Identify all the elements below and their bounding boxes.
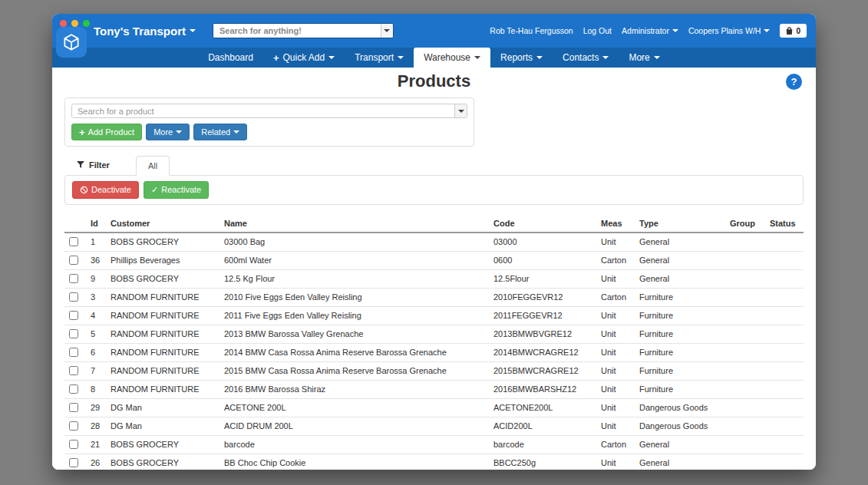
brand-menu[interactable]: Tony's Transport [94,25,196,38]
cell-name: 2016 BMW Barossa Shiraz [221,380,490,398]
cart-button[interactable]: 0 [780,24,807,38]
cell-customer: RANDOM FURNITURE [107,343,221,361]
cell-meas: Unit [598,417,636,435]
role-menu[interactable]: Administrator [622,26,678,35]
checkbox-cell [64,361,87,380]
table-row[interactable]: 21BOBS GROCERYbarcodebarcodeCartonGenera… [64,435,804,454]
product-search-dropdown-button[interactable] [454,104,467,117]
cell-group [727,361,767,380]
help-button[interactable]: ? [786,74,802,90]
product-search-input[interactable] [72,104,454,117]
related-button[interactable]: Related [193,124,247,140]
cell-type: General [636,251,727,269]
cell-id: 21 [87,435,107,454]
cell-group [727,343,767,361]
cell-customer: DG Man [107,398,221,417]
table-row[interactable]: 8RANDOM FURNITURE2016 BMW Barossa Shiraz… [64,380,804,398]
cell-customer: BOBS GROCERY [107,233,221,252]
site-menu[interactable]: Coopers Plains W/H [688,26,771,35]
window-zoom-button[interactable] [83,20,90,27]
table-row[interactable]: 7RANDOM FURNITURE2015 BMW Casa Rossa Ani… [64,361,804,380]
nav-item-contacts[interactable]: Contacts [553,48,619,68]
window-close-button[interactable] [60,20,67,27]
cell-meas: Carton [598,435,636,454]
row-checkbox[interactable] [69,366,78,375]
global-search-dropdown-button[interactable] [381,24,393,38]
products-table: IdCustomerNameCodeMeasTypeGroupStatus 1B… [64,215,804,470]
table-row[interactable]: 6RANDOM FURNITURE2014 BMW Casa Rossa Ani… [64,343,804,361]
cell-code: 2013BMWBVGRE12 [490,325,598,343]
row-checkbox[interactable] [69,421,78,431]
cell-status [767,251,804,269]
cell-customer: RANDOM FURNITURE [107,325,221,343]
window-minimize-button[interactable] [71,20,78,27]
reactivate-button[interactable]: ✓ Reactivate [144,181,209,198]
browser-window: Tony's Transport Rob Te-Hau Fergusson Lo… [52,14,816,470]
cell-name: 12.5 Kg Flour [221,269,490,288]
row-checkbox[interactable] [69,384,78,394]
checkbox-cell [64,417,87,435]
cube-icon [61,32,81,52]
caret-down-icon [176,130,182,134]
row-checkbox[interactable] [69,458,78,467]
caret-down-icon [398,56,404,59]
cell-type: Furniture [636,325,727,343]
nav-item-transport[interactable]: Transport [345,48,414,68]
cell-customer: RANDOM FURNITURE [107,361,221,380]
logout-link[interactable]: Log Out [583,26,612,35]
tab-all[interactable]: All [136,156,170,176]
column-header-customer: Customer [107,215,221,233]
cell-type: General [636,233,727,252]
cell-status [767,306,804,325]
cell-code: ACETONE200L [490,398,598,417]
toolbar-buttons: + Add Product More Related [71,124,467,140]
global-search-input[interactable] [213,24,381,38]
cell-code: 03000 [490,233,598,252]
nav-item-warehouse[interactable]: Warehouse [414,48,490,68]
cell-name: barcode [221,435,490,454]
more-button[interactable]: More [146,124,190,140]
table-row[interactable]: 26BOBS GROCERYBB Choc Chip CookieBBCC250… [64,454,804,470]
table-row[interactable]: 3RANDOM FURNITURE2010 Five Eggs Eden Val… [64,288,804,306]
cell-code: 2015BMWCRAGRE12 [490,361,598,380]
add-product-button[interactable]: + Add Product [71,124,142,140]
table-row[interactable]: 36Phillips Beverages600ml Water0600Carto… [64,251,804,269]
column-header-status: Status [767,215,804,233]
cell-customer: BOBS GROCERY [107,435,221,454]
nav-item-more[interactable]: More [619,48,669,68]
row-checkbox[interactable] [69,292,78,302]
cell-code: BBCC250g [490,454,598,470]
cell-id: 3 [87,288,107,306]
row-checkbox[interactable] [69,403,78,412]
caret-down-icon [328,56,335,59]
caret-down-icon [384,29,390,32]
nav-item-reports[interactable]: Reports [490,48,553,68]
row-checkbox[interactable] [69,256,78,265]
nav-item-dashboard[interactable]: Dashboard [198,48,263,68]
checkbox-cell [64,454,87,470]
table-row[interactable]: 5RANDOM FURNITURE2013 BMW Barossa Valley… [64,325,804,343]
row-checkbox[interactable] [69,329,78,338]
row-checkbox[interactable] [69,440,78,449]
app-logo[interactable] [56,27,87,58]
row-checkbox[interactable] [69,274,78,283]
cell-group [727,288,767,306]
main-nav: Dashboard+Quick AddTransportWarehouseRep… [52,48,816,68]
product-search [71,104,467,118]
table-row[interactable]: 4RANDOM FURNITURE2011 Five Eggs Eden Val… [64,306,804,325]
row-checkbox[interactable] [69,348,78,357]
table-row[interactable]: 29DG ManACETONE 200LACETONE200LUnitDange… [64,398,804,417]
table-row[interactable]: 9BOBS GROCERY12.5 Kg Flour12.5FlourUnitG… [64,269,804,288]
cell-type: Furniture [636,306,727,325]
header-right: Rob Te-Hau Fergusson Log Out Administrat… [490,24,816,38]
cell-code: 12.5Flour [490,269,598,288]
nav-item-quick-add[interactable]: +Quick Add [263,48,345,68]
deactivate-button[interactable]: Deactivate [72,181,139,198]
tab-filter[interactable]: Filter [64,160,120,175]
row-checkbox[interactable] [69,237,78,246]
table-row[interactable]: 1BOBS GROCERY03000 Bag03000UnitGeneral [64,233,804,252]
cell-group [727,398,767,417]
table-row[interactable]: 28DG ManACID DRUM 200LACID200LUnitDanger… [64,417,804,435]
cell-status [767,398,804,417]
row-checkbox[interactable] [69,311,78,320]
